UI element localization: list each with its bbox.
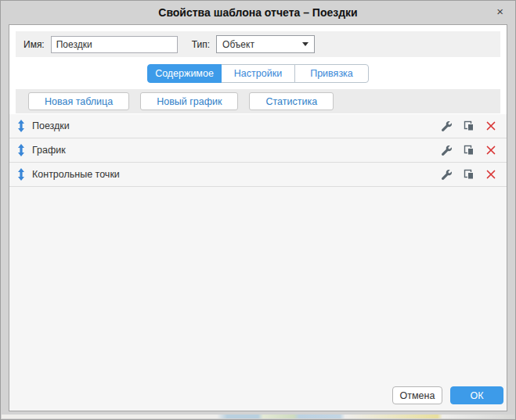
template-list: Поездки [9,114,507,187]
list-item: Поездки [9,114,507,138]
wrench-icon[interactable] [442,170,452,180]
dialog-title: Свойства шаблона отчета – Поездки [1,1,515,19]
statistics-button[interactable]: Статистика [249,92,334,110]
report-template-dialog: Свойства шаблона отчета – Поездки × Имя:… [0,0,516,420]
type-label: Тип: [192,39,210,50]
chevron-down-icon [302,42,309,46]
delete-icon[interactable] [486,170,496,179]
ok-button[interactable]: ОК [450,386,503,404]
close-icon[interactable]: × [495,5,505,19]
new-chart-button[interactable]: Новый график [140,92,238,110]
dialog-body: Имя: Тип: Объект Содержимое Настройки Пр… [9,24,507,411]
wrench-icon[interactable] [442,121,452,131]
row-actions [442,145,496,156]
list-item-label: График [32,145,442,156]
name-type-row: Имя: Тип: Объект [16,31,500,57]
row-actions [442,120,496,131]
dialog-titlebar: Свойства шаблона отчета – Поездки × [1,1,515,24]
delete-icon[interactable] [486,121,496,131]
tab-content[interactable]: Содержимое [147,64,222,83]
type-select-value: Объект [222,39,254,50]
copy-icon[interactable] [464,145,475,156]
dialog-footer: Отмена ОК [9,386,507,411]
cancel-button[interactable]: Отмена [392,386,442,404]
row-actions [442,169,496,180]
name-label: Имя: [23,39,45,50]
drag-handle-icon[interactable] [17,120,25,132]
delete-icon[interactable] [486,145,496,155]
content-area: Поездки [9,114,507,411]
drag-handle-icon[interactable] [17,144,25,156]
wrench-icon[interactable] [442,145,452,156]
drag-handle-icon[interactable] [17,168,25,181]
list-item: Контрольные точки [9,163,507,187]
tab-bar: Содержимое Настройки Привязка [9,64,507,83]
tab-binding[interactable]: Привязка [294,64,369,83]
list-item-label: Контрольные точки [32,169,442,180]
toolbar: Новая таблица Новый график Статистика [16,89,500,113]
list-item: График [9,138,507,163]
list-item-label: Поездки [32,120,442,131]
copy-icon[interactable] [464,169,475,180]
new-table-button[interactable]: Новая таблица [28,92,129,110]
background-page-sliver [2,415,514,418]
type-select[interactable]: Объект [216,35,315,53]
tab-settings[interactable]: Настройки [221,64,295,83]
name-input[interactable] [51,36,178,53]
copy-icon[interactable] [464,120,475,131]
